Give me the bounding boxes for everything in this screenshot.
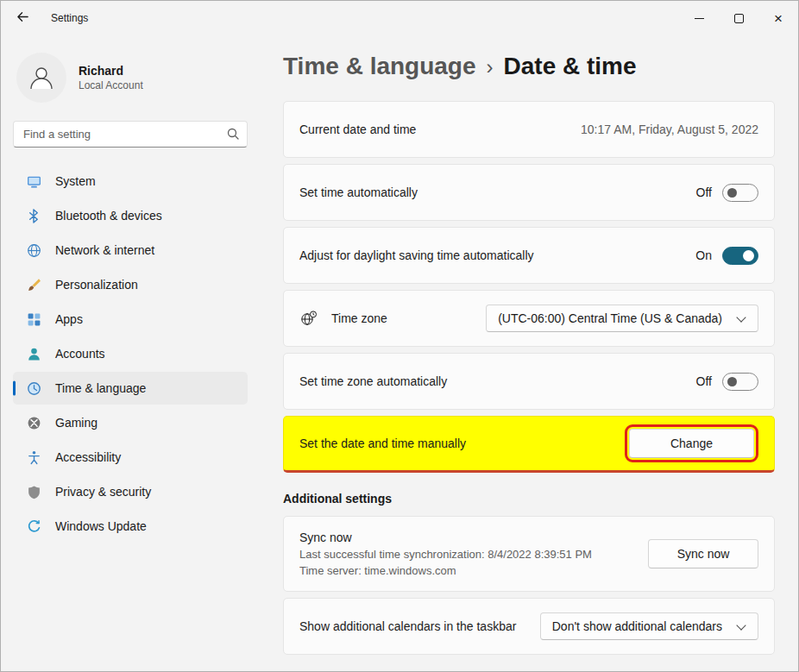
sidebar-item-network-internet[interactable]: Network & internet [13, 234, 248, 267]
set-time-auto-label: Set time automatically [299, 185, 418, 199]
sidebar-item-label: Time & language [55, 381, 146, 395]
apps-grid-icon [27, 312, 41, 327]
breadcrumb-parent[interactable]: Time & language [283, 51, 476, 82]
change-button[interactable]: Change [629, 429, 754, 458]
set-time-auto-toggle[interactable] [722, 184, 758, 202]
sidebar-item-accounts[interactable]: Accounts [13, 337, 248, 370]
daylight-saving-state: On [695, 248, 712, 262]
bluetooth-icon [27, 209, 41, 223]
update-arrows-icon [27, 519, 41, 534]
search-box [13, 121, 248, 148]
search-input[interactable] [13, 121, 248, 148]
minimize-button[interactable] [679, 1, 719, 35]
sidebar-item-personalization[interactable]: Personalization [13, 268, 248, 301]
time-zone-dropdown[interactable]: (UTC-06:00) Central Time (US & Canada) [486, 305, 758, 332]
toggle-knob [727, 377, 737, 386]
main-content: Time & language › Date & time Current da… [260, 35, 798, 672]
manual-datetime-label: Set the date and time manually [299, 436, 466, 450]
daylight-saving-toggle[interactable] [722, 247, 758, 265]
set-time-auto-state: Off [696, 185, 712, 199]
account-info: Richard Local Account [13, 53, 248, 103]
sidebar-item-system[interactable]: System [13, 165, 248, 198]
sidebar-item-label: Accessibility [55, 450, 121, 464]
current-datetime-card: Current date and time 10:17 AM, Friday, … [283, 101, 775, 158]
sync-time-server: Time server: time.windows.com [299, 564, 592, 577]
accessibility-person-icon [27, 450, 41, 465]
titlebar: Settings × [1, 1, 798, 35]
sidebar-item-label: Personalization [55, 278, 138, 292]
additional-settings-heading: Additional settings [283, 492, 775, 506]
sidebar-item-label: Privacy & security [55, 485, 151, 499]
set-time-auto-card: Set time automatically Off [283, 164, 775, 221]
back-arrow-icon [16, 10, 29, 27]
set-timezone-auto-label: Set time zone automatically [299, 374, 447, 388]
clock-language-icon [27, 381, 41, 396]
xbox-icon [27, 416, 41, 430]
calendars-card: Show additional calendars in the taskbar… [283, 598, 775, 655]
time-zone-label: Time zone [331, 311, 387, 325]
set-timezone-auto-toggle[interactable] [722, 373, 758, 391]
sidebar-item-bluetooth-devices[interactable]: Bluetooth & devices [13, 199, 248, 232]
timezone-globe-clock-icon [299, 310, 318, 328]
paintbrush-icon [27, 278, 41, 292]
sidebar-item-windows-update[interactable]: Windows Update [13, 510, 248, 543]
breadcrumb: Time & language › Date & time [283, 51, 775, 83]
time-zone-value: (UTC-06:00) Central Time (US & Canada) [498, 311, 722, 325]
close-button[interactable]: × [758, 1, 798, 35]
sidebar-item-label: Network & internet [55, 243, 154, 257]
account-type: Local Account [79, 79, 143, 91]
current-datetime-value: 10:17 AM, Friday, August 5, 2022 [581, 122, 758, 136]
sidebar-item-time-language[interactable]: Time & language [13, 372, 248, 405]
annotation-red-box: Change [625, 424, 758, 462]
calendars-dropdown[interactable]: Don't show additional calendars [540, 612, 758, 640]
back-button[interactable] [8, 4, 37, 32]
time-zone-card: Time zone (UTC-06:00) Central Time (US &… [283, 290, 775, 347]
daylight-saving-label: Adjust for daylight saving time automati… [299, 248, 534, 262]
manual-datetime-card: Set the date and time manually Change [283, 416, 775, 473]
window-title: Settings [51, 12, 88, 24]
sidebar-item-label: Windows Update [55, 519, 147, 533]
sync-label: Sync now [299, 531, 592, 544]
sidebar-item-privacy-security[interactable]: Privacy & security [13, 475, 248, 508]
set-timezone-auto-card: Set time zone automatically Off [283, 353, 775, 410]
search-icon [226, 127, 240, 144]
maximize-icon [734, 14, 744, 23]
person-icon [27, 347, 41, 361]
account-name: Richard [79, 64, 143, 78]
shield-icon [27, 485, 41, 499]
sidebar-item-label: Gaming [55, 416, 98, 430]
current-datetime-label: Current date and time [299, 122, 416, 136]
sidebar-item-gaming[interactable]: Gaming [13, 406, 248, 439]
sidebar-item-apps[interactable]: Apps [13, 303, 248, 336]
avatar [16, 53, 66, 103]
set-timezone-auto-state: Off [696, 374, 712, 388]
sidebar: Richard Local Account System Bluetoo [1, 35, 260, 672]
system-icon [27, 174, 41, 189]
page-title: Date & time [504, 51, 637, 82]
close-icon: × [774, 11, 783, 26]
calendars-value: Don't show additional calendars [552, 619, 722, 633]
breadcrumb-separator: › [487, 52, 494, 83]
chevron-down-icon [736, 620, 746, 630]
globe-icon [27, 243, 41, 258]
sync-last-time: Last successful time synchronization: 8/… [299, 548, 592, 561]
sidebar-item-accessibility[interactable]: Accessibility [13, 441, 248, 474]
toggle-knob [743, 250, 754, 261]
sidebar-item-label: Apps [55, 312, 83, 326]
sync-card: Sync now Last successful time synchroniz… [283, 516, 775, 592]
chevron-down-icon [736, 312, 746, 322]
maximize-button[interactable] [719, 1, 758, 35]
sidebar-item-label: Bluetooth & devices [55, 209, 162, 223]
minimize-icon [695, 18, 704, 19]
sidebar-nav: System Bluetooth & devices Network & int… [13, 165, 248, 544]
sidebar-item-label: System [55, 174, 96, 188]
sync-now-button[interactable]: Sync now [648, 539, 758, 568]
daylight-saving-card: Adjust for daylight saving time automati… [283, 227, 775, 284]
toggle-knob [727, 188, 737, 198]
sidebar-item-label: Accounts [55, 347, 105, 361]
calendars-label: Show additional calendars in the taskbar [299, 619, 516, 633]
